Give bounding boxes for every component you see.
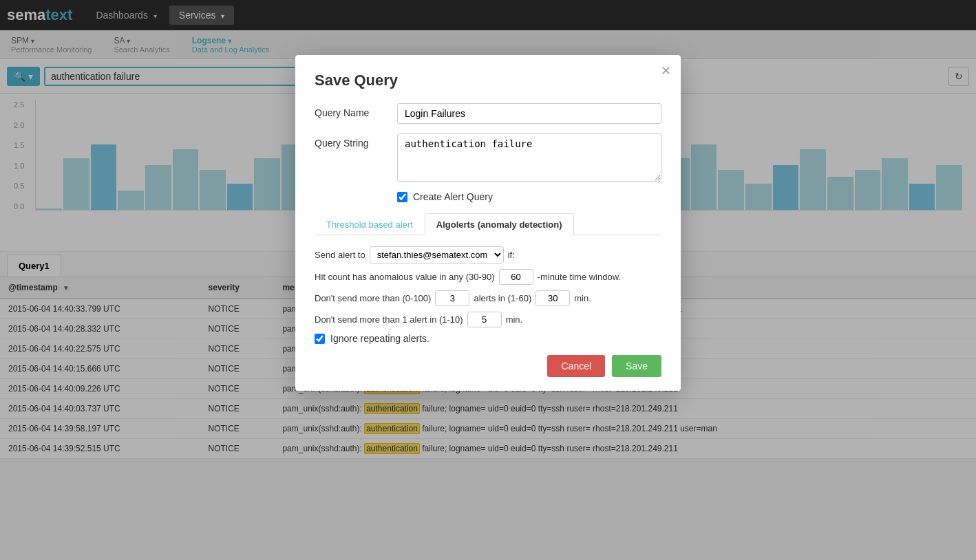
alert-row2-text1: Don't send more than (0-100): [315, 293, 431, 303]
alert-row-3: Don't send more than 1 alert in (1-10) m…: [315, 312, 661, 327]
query-string-textarea[interactable]: authentication failure: [397, 133, 661, 182]
if-label: if:: [508, 250, 515, 260]
ignore-alerts-checkbox[interactable]: [315, 334, 325, 344]
query-string-row: Query String authentication failure: [315, 133, 661, 182]
send-alert-to-label: Send alert to: [315, 250, 365, 260]
modal-overlay: ✕ Save Query Query Name Query String aut…: [0, 0, 976, 560]
modal-footer: Cancel Save: [315, 355, 661, 377]
alert-row1-text2: -minute time window.: [538, 272, 621, 282]
alert-row3-text1: Don't send more than 1 alert in (1-10): [315, 314, 463, 325]
alert-row-1: Hit count has anomalous value in any (30…: [315, 269, 661, 285]
alert-row2-text2: alerts in (1-60): [474, 293, 531, 303]
modal-title: Save Query: [315, 72, 661, 89]
threshold-tab[interactable]: Threshold based alert: [315, 213, 425, 235]
cancel-button[interactable]: Cancel: [547, 355, 605, 377]
algolerts-tab[interactable]: Algolerts (anomaly detection): [425, 213, 574, 235]
email-select[interactable]: stefan.thies@sematext.com: [370, 246, 504, 263]
alert-row3-text2: min.: [506, 314, 523, 325]
modal-alert-tabs: Threshold based alert Algolerts (anomaly…: [315, 213, 661, 235]
create-alert-label: Create Alert Query: [413, 191, 493, 202]
alert-row2-text3: min.: [574, 293, 591, 303]
alert-row1-text1: Hit count has anomalous value in any (30…: [315, 272, 495, 282]
minute-window-input[interactable]: [499, 269, 533, 285]
create-alert-checkbox[interactable]: [397, 192, 407, 202]
alert-row-2: Don't send more than (0-100) alerts in (…: [315, 290, 661, 306]
save-query-modal: ✕ Save Query Query Name Query String aut…: [295, 55, 681, 391]
ignore-alerts-label: Ignore repeating alerts.: [330, 333, 429, 344]
query-name-label: Query Name: [315, 103, 397, 118]
modal-close-button[interactable]: ✕: [661, 63, 671, 78]
query-string-label: Query String: [315, 133, 397, 149]
ignore-alerts-row: Ignore repeating alerts.: [315, 333, 661, 344]
min-alert-input[interactable]: [467, 312, 502, 327]
query-name-row: Query Name: [315, 103, 661, 124]
save-button[interactable]: Save: [612, 355, 661, 377]
create-alert-row: Create Alert Query: [315, 191, 661, 202]
max-alerts-input[interactable]: [435, 290, 469, 306]
query-name-input[interactable]: [397, 103, 661, 124]
alert-settings: Send alert to stefan.thies@sematext.com …: [315, 246, 661, 344]
alerts-in-input[interactable]: [535, 290, 570, 306]
send-to-row: Send alert to stefan.thies@sematext.com …: [315, 246, 661, 263]
